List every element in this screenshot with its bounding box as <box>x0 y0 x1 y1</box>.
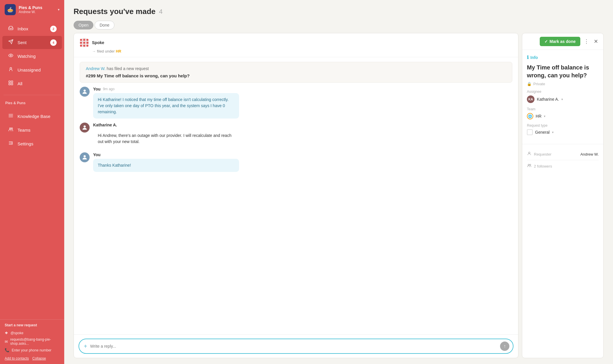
teams-label: Teams <box>18 128 57 133</box>
private-label: Private <box>533 82 545 86</box>
section-label: Pies & Puns <box>0 97 64 107</box>
sidebar-nav: Inbox 2 Sent 4 Watching Unassigned <box>0 19 64 93</box>
message-content-1: You 9m ago Hi Katharine! I noticed that … <box>93 87 512 119</box>
team-tag: HR <box>116 49 121 53</box>
add-contacts-link[interactable]: Add to contacts <box>5 356 29 360</box>
email-label: requests@bang-bang-pie-shop.asks... <box>10 337 60 346</box>
followers-icon <box>527 163 532 169</box>
sidebar-header[interactable]: 🥧 Pies & Puns Andrew W. ▾ <box>0 0 64 19</box>
tab-done[interactable]: Done <box>95 21 114 29</box>
svg-point-21 <box>528 164 529 165</box>
sidebar-item-knowledge-base[interactable]: Knowledge Base <box>2 110 62 123</box>
sender-row-3: You <box>93 152 512 157</box>
phone-label: Enter your phone number <box>12 348 51 352</box>
request-id: #299 My Time off balance is wrong, can y… <box>86 73 506 78</box>
phone-contact[interactable]: 📞 Enter your phone number <box>5 347 60 353</box>
company-name: Pies & Puns <box>19 5 55 10</box>
email-icon: ✉ <box>5 339 8 344</box>
followers-row: 2 followers <box>527 160 599 172</box>
system-message: Andrew W. has filed a new request #299 M… <box>80 62 512 83</box>
team-name: HR <box>536 114 541 119</box>
request-type-field: Request type General ▾ <box>527 123 599 135</box>
team-value[interactable]: 🌐 HR ▾ <box>527 113 599 119</box>
avatar-you-2 <box>80 152 90 162</box>
page-count: 4 <box>159 8 163 15</box>
private-row: 🔒 Private <box>527 82 599 86</box>
svg-rect-4 <box>9 81 10 82</box>
info-details-section: ℹ Info My Time off balance is wrong, can… <box>522 50 603 144</box>
svg-point-18 <box>83 126 86 128</box>
info-bottom: Requester Andrew W. 2 followers <box>522 144 603 176</box>
more-options-button[interactable]: ⋮ <box>583 37 590 46</box>
type-dropdown-icon[interactable]: ▾ <box>552 130 554 134</box>
request-type-label: Request type <box>527 123 599 128</box>
requester-row: Requester Andrew W. <box>527 148 599 160</box>
sent-label: Sent <box>18 40 47 45</box>
spoke-contact[interactable]: ❖ @spoke <box>5 330 60 336</box>
message-row-2: Katharine A. Hi Andrew, there's an outag… <box>80 123 512 148</box>
svg-rect-7 <box>11 83 13 85</box>
add-attachment-button[interactable]: + <box>84 343 87 350</box>
send-reply-button[interactable]: ↑ <box>500 342 509 351</box>
sidebar-divider <box>4 95 61 95</box>
lock-icon: 🔒 <box>527 82 532 86</box>
team-label: Team <box>527 107 599 111</box>
main-content: Requests you've made 4 Open Done <box>64 0 613 364</box>
spoke-row: Spoke <box>80 38 512 47</box>
collapse-link[interactable]: Collapse <box>32 356 46 360</box>
sent-icon <box>8 39 14 46</box>
message-sender-3: You <box>93 152 100 157</box>
unassigned-label: Unassigned <box>18 67 57 72</box>
settings-icon <box>8 140 14 147</box>
request-type-icon <box>527 129 533 135</box>
system-filed-row: Andrew W. has filed a new request <box>86 66 506 71</box>
sidebar-item-settings[interactable]: Settings <box>2 137 62 150</box>
followers-label: 2 followers <box>534 164 599 168</box>
avatar-you-1 <box>80 87 90 97</box>
message-row-3: You Thanks Katharine! <box>80 152 512 172</box>
action-text: has filed a new request <box>107 66 149 71</box>
sidebar-item-watching[interactable]: Watching <box>2 50 62 63</box>
team-dropdown-icon[interactable]: ▾ <box>544 114 546 118</box>
svg-point-16 <box>12 143 13 144</box>
watching-label: Watching <box>18 54 57 59</box>
teams-icon <box>8 127 14 133</box>
close-panel-button[interactable]: ✕ <box>593 37 599 46</box>
watching-icon <box>8 53 14 60</box>
reply-input[interactable] <box>90 344 497 349</box>
spoke-avatar <box>80 38 89 47</box>
user-name: Andrew W. <box>19 10 55 14</box>
assignee-field: Assignee KA Katharine A. ▾ <box>527 90 599 103</box>
message-row-1: You 9m ago Hi Katharine! I noticed that … <box>80 87 512 119</box>
avatar-katharine <box>80 123 90 133</box>
message-sender-1: You <box>93 87 100 91</box>
request-type-name: General <box>535 130 550 135</box>
svg-point-19 <box>83 155 86 157</box>
tab-open[interactable]: Open <box>74 21 93 29</box>
start-request-label: Start a new request <box>5 323 60 327</box>
request-type-value[interactable]: General ▾ <box>527 129 599 135</box>
message-time-1: 9m ago <box>103 87 114 91</box>
svg-rect-5 <box>11 81 13 82</box>
sidebar-item-all[interactable]: All <box>2 77 62 90</box>
sidebar-item-inbox[interactable]: Inbox 2 <box>2 22 62 35</box>
page-title-row: Requests you've made 4 <box>74 7 604 16</box>
email-contact[interactable]: ✉ requests@bang-bang-pie-shop.asks... <box>5 336 60 347</box>
sidebar-item-unassigned[interactable]: Unassigned <box>2 63 62 76</box>
mark-done-label: Mark as done <box>550 39 576 44</box>
knowledge-base-label: Knowledge Base <box>18 114 57 119</box>
assignee-dropdown-icon[interactable]: ▾ <box>561 97 563 101</box>
settings-label: Settings <box>18 141 57 146</box>
info-panel-top: ✓ Mark as done ⋮ ✕ <box>522 33 603 50</box>
content-area: Spoke → filed under HR Andrew W. has fil… <box>64 33 613 364</box>
page-title: Requests you've made <box>74 7 156 16</box>
message-content-3: You Thanks Katharine! <box>93 152 512 172</box>
svg-point-20 <box>528 152 530 154</box>
assignee-value[interactable]: KA Katharine A. ▾ <box>527 95 599 103</box>
sidebar-item-sent[interactable]: Sent 4 <box>2 36 62 49</box>
sidebar: 🥧 Pies & Puns Andrew W. ▾ Inbox 2 Sent 4 <box>0 0 64 364</box>
spoke-icon: ❖ <box>5 331 8 335</box>
check-icon: ✓ <box>544 39 548 44</box>
sidebar-item-teams[interactable]: Teams <box>2 123 62 137</box>
mark-as-done-button[interactable]: ✓ Mark as done <box>540 37 580 46</box>
